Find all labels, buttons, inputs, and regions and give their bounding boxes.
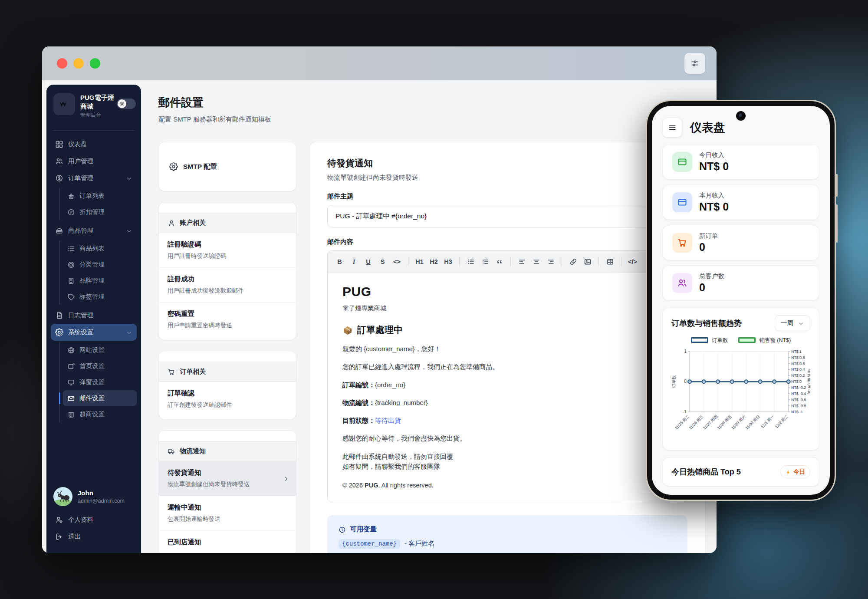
- user-email: admin@admin.com: [78, 498, 125, 504]
- template-item-待發貨通知[interactable]: 待發貨通知物流單號創建但尚未發貨時發送: [159, 461, 296, 496]
- theme-toggle[interactable]: [117, 99, 136, 109]
- strikethrough-button[interactable]: S: [376, 255, 389, 268]
- range-select[interactable]: 一周: [775, 315, 810, 331]
- stat-card-新订单[interactable]: 新订单 0: [662, 225, 819, 260]
- sidebar-subitem-订单列表[interactable]: 订单列表: [63, 188, 137, 204]
- user-block[interactable]: John admin@admin.com: [46, 481, 141, 509]
- sidebar-subitem-网站设置[interactable]: 网站设置: [63, 342, 137, 358]
- chevron-down-icon: [126, 175, 132, 182]
- svg-text:NT$ 0: NT$ 0: [791, 379, 802, 384]
- basket-icon: [67, 192, 75, 200]
- sidebar-footer-个人资料[interactable]: 个人资料: [51, 511, 137, 528]
- template-item-運輸中通知[interactable]: 運輸中通知包裹開始運輸時發送: [159, 496, 296, 531]
- heading-2-button[interactable]: H2: [427, 255, 441, 268]
- store-icon: [67, 411, 75, 418]
- code-block-button[interactable]: </>: [626, 255, 639, 268]
- underline-button[interactable]: U: [362, 255, 375, 268]
- sidebar-subitem-超商设置[interactable]: 超商设置: [63, 406, 137, 422]
- sidebar-item-系统设置[interactable]: 系统设置: [51, 324, 137, 341]
- template-item-title: 訂單確認: [168, 389, 287, 398]
- svg-text:NT$ -0.8: NT$ -0.8: [791, 404, 806, 408]
- variable-chip[interactable]: {customer_name}: [339, 539, 400, 549]
- subject-input[interactable]: [327, 205, 687, 227]
- subject-label: 邮件主题: [327, 192, 687, 201]
- heading-3-button[interactable]: H3: [441, 255, 455, 268]
- sidebar-subitem-品牌管理[interactable]: 品牌管理: [63, 273, 137, 289]
- sidebar-submenu: 订单列表折扣管理: [59, 188, 137, 220]
- svg-text:NT$ -0.4: NT$ -0.4: [791, 392, 806, 396]
- bullet-list-button[interactable]: [464, 255, 477, 268]
- preview-paragraph: 您的訂單已經進入處理流程，我們正在為您準備商品。: [342, 362, 672, 372]
- smtp-config-card[interactable]: SMTP 配置: [158, 142, 296, 191]
- sidebar-menu: 仪表盘用户管理订单管理订单列表折扣管理商品管理商品列表分类管理品牌管理标签管理日…: [46, 131, 141, 481]
- sidebar-subitem-弹窗设置[interactable]: 弹窗设置: [63, 374, 137, 390]
- ordered-list-button[interactable]: 123: [478, 255, 492, 268]
- toolbar-separator: [562, 257, 562, 267]
- template-item-密碼重置[interactable]: 密碼重置用戶申請重置密碼時發送: [159, 303, 296, 340]
- avatar: [53, 487, 72, 506]
- template-item-已到店通知[interactable]: 已到店通知: [159, 531, 296, 553]
- svg-text:-1: -1: [683, 409, 687, 414]
- sidebar-item-仪表盘[interactable]: 仪表盘: [51, 136, 137, 153]
- template-subtitle: 物流單號創建但尚未發貨時發送: [327, 174, 687, 182]
- variables-title: 可用变量: [350, 525, 377, 534]
- link-button[interactable]: [566, 255, 580, 268]
- sidebar-item-日志管理[interactable]: 日志管理: [51, 307, 137, 324]
- gear-icon: [169, 162, 178, 171]
- phone-screen: 仪表盘 今日收入 NT$ 0 本月收入 NT$ 0 新订单 0 总客户数 0 订…: [652, 106, 830, 495]
- close-window-button[interactable]: [57, 58, 67, 69]
- monitor-icon: [67, 378, 75, 386]
- template-item-註冊成功[interactable]: 註冊成功用戶註冊成功後發送歡迎郵件: [159, 268, 296, 303]
- sidebar-item-订单管理[interactable]: 订单管理: [51, 170, 137, 187]
- bullet-list-icon: [467, 258, 475, 266]
- sidebar-item-用户管理[interactable]: 用户管理: [51, 153, 137, 170]
- hot-products-card[interactable]: 今日热销商品 Top 5 今日: [662, 457, 819, 487]
- stat-card-今日收入[interactable]: 今日收入 NT$ 0: [662, 144, 819, 180]
- sidebar-subitem-标签管理[interactable]: 标签管理: [63, 289, 137, 305]
- align-left-button[interactable]: [515, 255, 529, 268]
- sidebar-subitem-label: 商品列表: [79, 244, 105, 253]
- stat-card-本月收入[interactable]: 本月收入 NT$ 0: [662, 184, 819, 220]
- minimize-window-button[interactable]: [73, 58, 84, 69]
- credit-card-icon: [677, 197, 687, 207]
- status-link[interactable]: 等待出貨: [375, 417, 401, 424]
- image-button[interactable]: [581, 255, 594, 268]
- sidebar-subitem-邮件设置[interactable]: 邮件设置: [63, 390, 137, 406]
- table-button[interactable]: [603, 255, 617, 268]
- svg-text:销售额 (NT$): 销售额 (NT$): [807, 369, 810, 395]
- gear-icon: [55, 328, 63, 336]
- italic-button[interactable]: I: [347, 255, 361, 268]
- truck-icon: [168, 448, 175, 455]
- sidebar-subitem-商品列表[interactable]: 商品列表: [63, 240, 137, 257]
- svg-text:NT$ 0.8: NT$ 0.8: [791, 355, 805, 360]
- sidebar-subitem-首页设置[interactable]: 首页设置: [63, 358, 137, 374]
- heading-1-button[interactable]: H1: [413, 255, 426, 268]
- logout-icon: [55, 533, 63, 541]
- content-label: 邮件内容: [327, 238, 687, 246]
- sidebar-subitem-分类管理[interactable]: 分类管理: [63, 257, 137, 273]
- window-settings-button[interactable]: [684, 53, 705, 74]
- inline-code-button[interactable]: <>: [390, 255, 404, 268]
- link-icon: [569, 258, 577, 266]
- sidebar-footer-退出[interactable]: 退出: [51, 528, 137, 545]
- svg-text:NT$ -1: NT$ -1: [791, 410, 803, 414]
- template-item-訂單確認[interactable]: 訂單確認訂單創建後發送確認郵件: [159, 382, 296, 419]
- window-icon: [67, 362, 75, 370]
- legend-orders: 订单数: [691, 337, 728, 344]
- blockquote-button[interactable]: [493, 255, 506, 268]
- align-center-button[interactable]: [529, 255, 543, 268]
- template-item-title: 註冊成功: [168, 275, 287, 284]
- stat-icon-box: [672, 192, 692, 212]
- sidebar-subitem-折扣管理[interactable]: 折扣管理: [63, 204, 137, 220]
- svg-text:NT$ 0.4: NT$ 0.4: [791, 367, 805, 372]
- hamburger-menu-button[interactable]: [662, 118, 682, 138]
- template-item-註冊驗證碼[interactable]: 註冊驗證碼用戶註冊時發送驗證碼: [159, 233, 296, 268]
- template-item-title: 註冊驗證碼: [168, 240, 287, 249]
- template-item-desc: 包裹開始運輸時發送: [168, 515, 287, 523]
- bold-button[interactable]: B: [333, 255, 346, 268]
- sidebar-item-商品管理[interactable]: 商品管理: [51, 222, 137, 239]
- stat-card-总客户数[interactable]: 总客户数 0: [662, 265, 819, 301]
- align-right-button[interactable]: [544, 255, 557, 268]
- phone-volume-button: [835, 174, 838, 197]
- maximize-window-button[interactable]: [90, 58, 100, 69]
